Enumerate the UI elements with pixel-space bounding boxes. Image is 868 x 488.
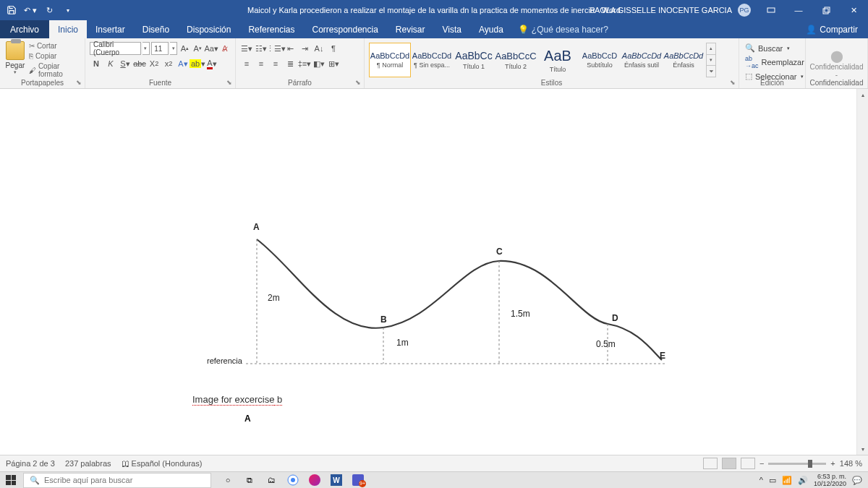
- increase-indent-button[interactable]: ⇥: [298, 42, 311, 55]
- font-color-button[interactable]: A▾: [205, 57, 218, 70]
- undo-icon[interactable]: ↶ ▾: [23, 3, 38, 17]
- paragraph-launcher-icon[interactable]: ⬊: [355, 79, 361, 86]
- zoom-in-button[interactable]: +: [830, 459, 835, 468]
- tray-chevron-icon[interactable]: ^: [760, 476, 763, 484]
- style-normal[interactable]: AaBbCcDd¶ Normal: [369, 43, 411, 77]
- page-indicator[interactable]: Página 2 de 3: [6, 459, 55, 468]
- multilevel-button[interactable]: ⋮☰▾: [269, 42, 282, 55]
- scroll-up-icon[interactable]: ▴: [857, 89, 868, 100]
- clipboard-launcher-icon[interactable]: ⬊: [76, 79, 82, 86]
- web-layout-button[interactable]: [741, 458, 755, 469]
- ribbon-display-icon[interactable]: [758, 0, 784, 20]
- tell-me-search[interactable]: 💡 ¿Qué desea hacer?: [518, 20, 608, 38]
- justify-button[interactable]: ≣: [284, 57, 297, 70]
- align-center-button[interactable]: ≡: [255, 57, 268, 70]
- cortana-icon[interactable]: ○: [218, 472, 237, 489]
- tab-referencias[interactable]: Referencias: [239, 20, 303, 38]
- tab-disposicion[interactable]: Disposición: [178, 20, 239, 38]
- confidentiality-button[interactable]: ⬤ Confidencialidad -: [810, 49, 864, 79]
- taskbar-clock[interactable]: 6:53 p. m. 10/12/2020: [814, 473, 846, 487]
- font-name-input[interactable]: Calibri (Cuerpo: [90, 42, 141, 55]
- copy-button[interactable]: ⎘Copiar: [27, 51, 80, 61]
- teams-icon[interactable]: 9+: [349, 472, 367, 489]
- show-marks-button[interactable]: ¶: [327, 42, 340, 55]
- read-mode-button[interactable]: [703, 458, 718, 469]
- find-button[interactable]: 🔍Buscar▾: [744, 43, 801, 53]
- highlight-button[interactable]: ab▾: [191, 57, 204, 70]
- shrink-font-button[interactable]: A▾: [192, 42, 203, 55]
- maximize-button[interactable]: [813, 0, 839, 20]
- app-icon[interactable]: [305, 472, 324, 489]
- tab-diseno[interactable]: Diseño: [134, 20, 178, 38]
- share-button[interactable]: 👤 Compartir: [796, 20, 868, 38]
- styles-launcher-icon[interactable]: ⬊: [730, 79, 736, 86]
- style-nfasis[interactable]: AaBbCcDdÉnfasis: [663, 43, 705, 77]
- bullets-button[interactable]: ☰▾: [240, 42, 253, 55]
- qat-customize-icon[interactable]: ▾: [61, 3, 75, 17]
- styles-more-button[interactable]: ▴▾⏷: [706, 43, 716, 77]
- chrome-icon[interactable]: [284, 472, 302, 489]
- tab-ayuda[interactable]: Ayuda: [470, 20, 512, 38]
- user-avatar[interactable]: PG: [738, 4, 751, 17]
- change-case-button[interactable]: Aa▾: [205, 42, 218, 55]
- italic-button[interactable]: K: [104, 57, 117, 70]
- style-nfasissutil[interactable]: AaBbCcDdÉnfasis sutil: [621, 43, 663, 77]
- borders-button[interactable]: ⊞▾: [327, 57, 340, 70]
- style-sinespa[interactable]: AaBbCcDd¶ Sin espa...: [411, 43, 453, 77]
- taskbar-search[interactable]: 🔍Escribe aquí para buscar: [23, 473, 211, 488]
- grow-font-button[interactable]: A▴: [179, 42, 190, 55]
- zoom-out-button[interactable]: −: [760, 459, 764, 468]
- print-layout-button[interactable]: [722, 458, 736, 469]
- subscript-button[interactable]: X2: [148, 57, 161, 70]
- tab-insertar[interactable]: Insertar: [87, 20, 134, 38]
- zoom-slider[interactable]: [768, 463, 826, 465]
- clear-formatting-button[interactable]: A̷: [219, 42, 231, 55]
- replace-button[interactable]: ab→acReemplazar: [744, 54, 801, 70]
- style-ttulo2[interactable]: AaBbCcCTítulo 2: [495, 43, 537, 77]
- style-subttulo[interactable]: AaBbCcDSubtítulo: [579, 43, 621, 77]
- start-button[interactable]: [0, 472, 22, 489]
- close-button[interactable]: ✕: [841, 0, 867, 20]
- decrease-indent-button[interactable]: ⇤: [284, 42, 297, 55]
- document-canvas[interactable]: A B C D E 2m 1m 1.5m 0.5m referencia Ima…: [0, 89, 868, 455]
- minimize-button[interactable]: —: [786, 0, 812, 20]
- text-effects-button[interactable]: A▾: [176, 57, 190, 70]
- task-view-icon[interactable]: ⧉: [240, 472, 259, 489]
- sort-button[interactable]: A↓: [312, 42, 326, 55]
- align-right-button[interactable]: ≡: [269, 57, 282, 70]
- styles-gallery[interactable]: AaBbCcDd¶ NormalAaBbCcDd¶ Sin espa...AaB…: [369, 40, 734, 77]
- tab-inicio[interactable]: Inicio: [49, 20, 87, 38]
- word-icon[interactable]: W: [327, 472, 346, 489]
- font-launcher-icon[interactable]: ⬊: [226, 79, 232, 86]
- zoom-level[interactable]: 148 %: [840, 459, 862, 468]
- superscript-button[interactable]: x2: [162, 57, 175, 70]
- notifications-icon[interactable]: 💬: [852, 476, 862, 485]
- file-explorer-icon[interactable]: 🗂: [262, 472, 281, 489]
- wifi-icon[interactable]: 📶: [782, 476, 792, 485]
- bold-button[interactable]: N: [90, 57, 103, 70]
- strikethrough-button[interactable]: abc: [133, 57, 146, 70]
- cut-button[interactable]: ✂Cortar: [27, 41, 80, 51]
- word-count[interactable]: 237 palabras: [65, 459, 111, 468]
- scroll-down-icon[interactable]: ▾: [857, 443, 868, 455]
- format-painter-button[interactable]: 🖌Copiar formato: [27, 61, 80, 79]
- tab-correspondencia[interactable]: Correspondencia: [303, 20, 386, 38]
- style-ttulo[interactable]: AaBTítulo: [537, 43, 579, 77]
- font-size-input[interactable]: 11: [151, 42, 169, 55]
- font-name-dropdown[interactable]: ▾: [142, 42, 150, 55]
- line-spacing-button[interactable]: ‡≡▾: [298, 57, 311, 70]
- save-icon[interactable]: [4, 3, 19, 17]
- battery-icon[interactable]: ▭: [769, 476, 776, 485]
- shading-button[interactable]: ◧▾: [312, 57, 326, 70]
- align-left-button[interactable]: ≡: [240, 57, 253, 70]
- redo-icon[interactable]: ↻: [42, 3, 56, 17]
- tab-revisar[interactable]: Revisar: [387, 20, 434, 38]
- font-size-dropdown[interactable]: ▾: [170, 42, 178, 55]
- language-indicator[interactable]: 🕮 Español (Honduras): [122, 459, 203, 468]
- vertical-scrollbar[interactable]: ▴ ▾: [856, 89, 868, 455]
- underline-button[interactable]: S▾: [119, 57, 132, 70]
- file-tab[interactable]: Archivo: [0, 20, 49, 38]
- tab-vista[interactable]: Vista: [434, 20, 470, 38]
- style-ttulo1[interactable]: AaBbCcTítulo 1: [453, 43, 495, 77]
- volume-icon[interactable]: 🔊: [798, 476, 808, 485]
